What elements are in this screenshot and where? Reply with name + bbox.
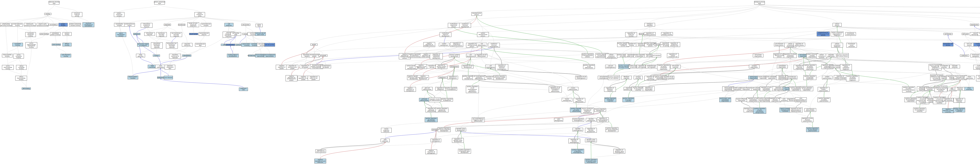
edge (461, 132, 591, 139)
edge (489, 79, 573, 87)
edge (759, 5, 980, 23)
go-term-node: intracellular non-membrane-bounded organ… (166, 42, 178, 48)
go-term-node: cytoskeleton (182, 55, 191, 57)
go-term-node: cell migration (652, 54, 661, 57)
go-term-node: cell projection (224, 23, 234, 27)
go-term-node: developmental growth (309, 54, 320, 57)
go-term-node: myosin II filament organization (736, 98, 748, 101)
go-term-node: positive regulation of lamellipodium ass… (913, 108, 926, 113)
go-term-node: regulation of dendritic spine developmen… (452, 138, 464, 143)
edge (964, 47, 969, 55)
edge (54, 5, 77, 12)
go-term-node: actin cytoskeleton organization (766, 76, 778, 79)
go-term-node: supramolecular complex (201, 23, 211, 27)
edge (591, 122, 591, 128)
edge (441, 69, 500, 75)
go-term-node: synapse organization (749, 65, 759, 68)
go-term-node: biological_process Actb (754, 1, 765, 5)
go-term-node: molecular_function Actb (49, 1, 59, 5)
edge (754, 68, 754, 76)
go-term-node: multicellular organismal process (448, 23, 460, 28)
edge (314, 5, 759, 43)
edge (660, 69, 827, 75)
go-term-node: myosin filament organization (741, 87, 751, 90)
edge (482, 57, 589, 64)
edge (591, 122, 603, 128)
go-term-node: actin filament (164, 76, 173, 79)
go-term-node: regulation of neuron differentiation (573, 98, 585, 103)
edge (784, 101, 785, 108)
go-term-node: dendritic spine organization (732, 87, 742, 90)
go-term-node: negative regulation of cell development (417, 75, 429, 80)
edge (414, 69, 441, 75)
edge (779, 79, 791, 87)
edge (282, 57, 307, 65)
edge (6, 15, 48, 23)
edge (458, 132, 591, 138)
edge (837, 27, 948, 33)
go-term-node: cell-cell junction (264, 43, 275, 47)
edge (246, 35, 255, 43)
edge (765, 91, 779, 97)
edge (477, 5, 759, 12)
edge (975, 26, 980, 32)
go-term-node: regulation of molecular function (625, 32, 637, 37)
go-term-node: supramolecular fiber (195, 43, 205, 47)
edge (56, 45, 66, 54)
go-term-node: regulation of protein polymerization (818, 87, 829, 92)
go-term-node: regulation of neurogenesis (447, 76, 458, 79)
edge (414, 47, 429, 53)
go-term-node: regulation of dendritic spine morphogene… (614, 149, 625, 154)
edge (969, 47, 976, 54)
edge (441, 79, 442, 87)
go-term-node: positive regulation of lamellipodium org… (904, 97, 917, 102)
edge (831, 57, 980, 65)
go-term-node: neuron differentiation (568, 87, 578, 90)
edge (200, 16, 259, 24)
edge (137, 35, 161, 65)
edge (229, 27, 236, 32)
edge (650, 36, 799, 43)
edge (641, 36, 650, 43)
go-term-node: negative regulation of axon extension (314, 159, 326, 163)
go-term-node: regulation of glial cell differentiation (429, 97, 441, 102)
edge (775, 90, 788, 97)
go-term-node: postsynapse organization (748, 76, 759, 79)
go-term-node: purine ribonucleotide binding (2, 65, 14, 70)
edge (246, 26, 253, 32)
go-term-node: filopodium assembly (955, 87, 966, 90)
edge (465, 16, 477, 23)
go-term-node: regulation of developmental process (466, 43, 478, 48)
go-term-node: ATPase binding (62, 43, 72, 47)
go-term-node: regulation of actin cytoskeleton reorgan… (747, 97, 760, 102)
edge (663, 47, 790, 64)
go-term-node: cellular component morphogenesis (605, 54, 617, 58)
edge (473, 80, 479, 86)
go-term-node: intracellular membrane-bounded organelle (151, 42, 163, 48)
edge (591, 142, 619, 149)
go-term-node: positive regulation of actin cytoskeleto… (753, 108, 766, 114)
go-term-node: developmental cell growth (320, 65, 331, 68)
edge (314, 57, 326, 65)
edge (48, 15, 75, 23)
go-term-node: ribonucleotide binding (2, 54, 13, 57)
go-term-node: nucleoside phosphate binding (25, 32, 36, 37)
edge (555, 79, 581, 87)
edge (836, 68, 840, 75)
go-term-node: regulation of extent of cell growth (308, 76, 320, 80)
edge (320, 142, 385, 159)
go-term-node: brush border (189, 33, 198, 35)
edge (808, 122, 813, 127)
go-term-node: podosome core (239, 88, 248, 91)
go-term-node: cell cycle (962, 33, 969, 35)
edge (600, 112, 603, 117)
edge (790, 58, 800, 65)
go-term-node: polymeric cytoskeletal fiber (165, 65, 175, 69)
edge (591, 142, 591, 159)
go-term-node: positive regulation of neuron projection… (605, 127, 618, 132)
edge (796, 113, 808, 117)
go-term-node: membrane-bounded organelle (156, 32, 167, 37)
go-term-node: dendritic spine morphogenesis (585, 139, 597, 142)
edge (240, 35, 246, 43)
go-term-node: regulation of biological quality (661, 32, 673, 36)
